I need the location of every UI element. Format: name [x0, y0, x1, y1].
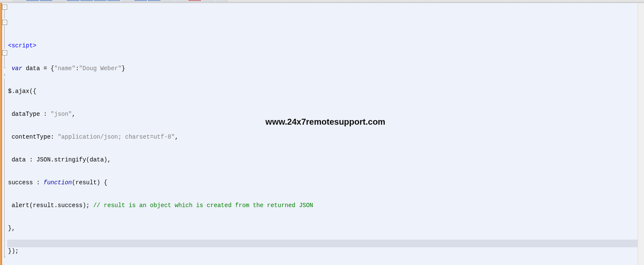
code-line[interactable]: },	[7, 224, 644, 232]
toolbar-button[interactable]	[26, 0, 39, 1]
toolbar-button[interactable]	[161, 0, 174, 1]
toolbar-button[interactable]	[121, 0, 133, 1]
code-token-keyword: function	[43, 179, 72, 186]
toolbar-button[interactable]	[202, 0, 215, 1]
fold-guide	[4, 55, 5, 66]
fold-guide	[4, 10, 5, 19]
toolbar-button[interactable]	[40, 0, 52, 1]
code-token-string: "name"	[54, 65, 75, 72]
code-token-comment: // result is an object which is created …	[93, 202, 313, 209]
code-token-keyword: var	[11, 65, 22, 72]
fold-toggle-success[interactable]: -	[2, 50, 7, 55]
fold-toggle-script[interactable]: -	[2, 5, 7, 10]
code-token-tag: script	[11, 42, 33, 49]
toolbar-buttons	[0, 0, 228, 1]
toolbar-button[interactable]	[175, 0, 187, 1]
fold-end-marker: └	[2, 74, 6, 78]
code-line[interactable]: contentType: "application/json; charset=…	[7, 133, 644, 141]
toolbar-button[interactable]	[80, 0, 93, 1]
toolbar-button[interactable]	[67, 0, 79, 1]
code-line[interactable]: <script>	[7, 42, 644, 49]
toolbar-button[interactable]	[94, 0, 106, 1]
code-editor[interactable]: <script> var data = {"name":"Doug Weber"…	[7, 3, 644, 265]
code-token-string: "application/json; charset=utf-8"	[58, 134, 175, 140]
fold-guide	[4, 25, 5, 49]
code-token-string: "json"	[51, 111, 72, 117]
fold-end-marker: └	[2, 66, 6, 71]
code-token-string: "Doug Weber"	[79, 65, 122, 72]
toolbar-button[interactable]	[107, 0, 120, 1]
toolbar-button[interactable]	[53, 0, 66, 1]
toolbar-button[interactable]	[134, 0, 147, 1]
toolbar-button-record[interactable]	[188, 0, 201, 1]
code-line[interactable]: alert(result.success); // result is an o…	[7, 202, 644, 209]
code-line[interactable]: dataType : "json",	[7, 110, 644, 118]
fold-guide	[4, 78, 5, 255]
code-line[interactable]: data : JSON.stringify(data),	[7, 156, 644, 164]
vertical-scrollbar[interactable]	[638, 3, 644, 265]
fold-end-marker: └	[2, 256, 6, 260]
code-line[interactable]: $.ajax({	[7, 87, 644, 95]
code-line[interactable]: success : function(result) {	[7, 179, 644, 186]
editor-body: - - - └ └ └ <script> var data = {"name":…	[0, 3, 644, 265]
toolbar-button[interactable]	[148, 0, 160, 1]
fold-toggle-ajax[interactable]: -	[2, 20, 7, 25]
toolbar-button[interactable]	[215, 0, 228, 1]
code-line[interactable]: });	[7, 247, 644, 255]
editor-toolbar	[0, 0, 644, 3]
toolbar-button[interactable]	[13, 0, 25, 1]
fold-gutter: - - - └ └ └	[2, 3, 7, 265]
code-line[interactable]: var data = {"name":"Doug Weber"}	[7, 65, 644, 72]
code-token-tag: >	[33, 42, 36, 49]
